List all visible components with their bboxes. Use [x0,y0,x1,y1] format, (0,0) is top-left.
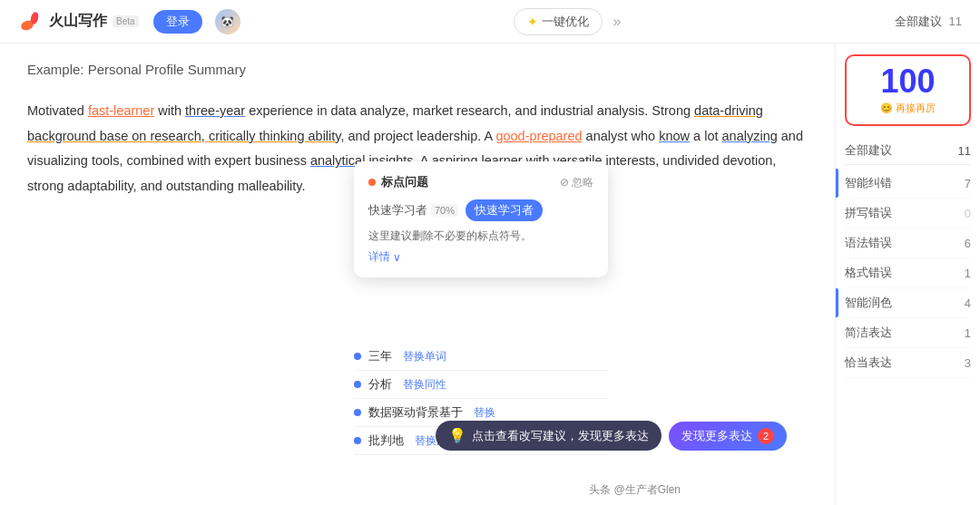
word-suggested[interactable]: 快速学习者 [466,199,543,221]
header-center: ✦ 一键优化 » [240,8,895,35]
optimize-icon: ✦ [527,15,538,29]
doc-title: Example: Personal Profile Summary [27,62,808,77]
word-analyzing[interactable]: analyzing [722,129,778,143]
popup-detail[interactable]: 详情 ∨ [368,249,593,265]
stat-row-spelling[interactable]: 拼写错误 0 [845,199,971,228]
beta-badge: Beta [113,15,139,27]
stat-value-polish: 4 [965,296,971,310]
stat-row-grammar[interactable]: 语法错误 6 [845,228,971,258]
dot-orange [368,179,376,186]
lightbulb-icon: 💡 [448,427,466,444]
stat-name-grammar: 语法错误 [845,235,892,251]
tooltip-bubble: 💡 点击查看改写建议，发现更多表达 [436,421,662,451]
editor-area: Example: Personal Profile Summary Motiva… [0,44,835,505]
stats-total: 11 [958,144,971,158]
header-right: 全部建议 11 [895,14,962,30]
word-know[interactable]: know [659,129,690,143]
word-score: 70% [431,204,458,217]
discover-button[interactable]: 发现更多表达 2 [669,422,787,451]
discover-label: 发现更多表达 [681,428,752,444]
popup-tag: 标点问题 [368,174,428,190]
optimize-label: 一键优化 [542,14,589,30]
suggestion-item-1: 三年 替换单词 [354,343,608,371]
suggestions-label: 全部建议 [895,14,942,30]
item-text-3: 数据驱动背景基于 [368,404,463,421]
stat-row-format[interactable]: 格式错误 1 [845,258,971,288]
stats-title: 全部建议 [845,142,892,159]
suggestion-popup: 标点问题 ⊘ 忽略 快速学习者 70% 快速学习者 这里建议删除不必要的标点符号… [354,161,608,277]
popup-header: 标点问题 ⊘ 忽略 [368,174,593,190]
stat-name-polish: 智能润色 [845,295,892,311]
stat-name-smart: 智能纠错 [845,175,892,191]
watermark: 头条 @生产者Glen [589,482,681,498]
app-header: 火山写作 Beta 登录 🐼 ✦ 一键优化 » 全部建议 11 [0,0,980,44]
suggestion-item-2: 分析 替换同性 [354,371,608,399]
score-emoji: 😊 [880,102,893,114]
expand-button[interactable]: » [613,14,622,30]
suggestions-count: 11 [949,15,962,28]
item-action-1[interactable]: 替换单词 [403,349,446,364]
stat-value-format: 1 [965,267,971,280]
dot-blue-2 [354,381,361,388]
item-text-1: 三年 [368,348,392,364]
word-good-prepared[interactable]: good-prepared [495,129,582,143]
ignore-label: 忽略 [572,175,593,190]
stat-value-concise: 1 [965,326,971,340]
logo-area: 火山写作 Beta 登录 🐼 [18,9,240,34]
tooltip-text: 点击查看改写建议，发现更多表达 [472,428,649,444]
stat-name-proper: 恰当表达 [845,354,892,371]
dot-blue-1 [354,353,361,360]
login-button[interactable]: 登录 [153,10,202,34]
optimize-button[interactable]: ✦ 一键优化 [514,8,603,35]
stats-header: 全部建议 11 [845,137,971,165]
detail-label: 详情 [368,249,390,265]
stat-value-proper: 3 [965,356,971,370]
stat-row-concise[interactable]: 简洁表达 1 [845,318,971,348]
item-action-2[interactable]: 替换同性 [403,377,446,393]
ignore-icon: ⊘ [560,176,569,189]
stat-row-smart-correction[interactable]: 智能纠错 7 [845,169,971,199]
bottom-tooltip: 💡 点击查看改写建议，发现更多表达 发现更多表达 2 [436,421,787,451]
item-text-2: 分析 [368,376,392,393]
stat-row-proper[interactable]: 恰当表达 3 [845,348,971,378]
stat-value-grammar: 6 [965,237,971,250]
score-box: 100 😊 再接再厉 [845,54,971,126]
popup-note: 这里建议删除不必要的标点符号。 [368,228,593,244]
stat-name-format: 格式错误 [845,265,892,281]
right-panel: 100 😊 再接再厉 全部建议 11 智能纠错 7 拼写错误 0 语法错误 6 [835,44,980,505]
discover-badge: 2 [758,428,774,444]
dot-blue-3 [354,409,361,416]
score-number: 100 [858,65,958,98]
logo-icon [18,9,44,34]
main-layout: Example: Personal Profile Summary Motiva… [0,44,980,505]
logo-text: 火山写作 [49,12,107,31]
word-options: 快速学习者 70% 快速学习者 [368,199,593,221]
item-action-3[interactable]: 替换 [474,405,495,421]
word-original: 快速学习者 70% [368,202,458,219]
word-three-year[interactable]: three-year [185,103,245,118]
ignore-button[interactable]: ⊘ 忽略 [560,175,593,190]
stat-name-concise: 简洁表达 [845,325,892,341]
stat-name-spell: 拼写错误 [845,205,892,221]
dot-blue-4 [354,437,361,444]
stats-panel: 全部建议 11 智能纠错 7 拼写错误 0 语法错误 6 格式错误 1 智能润色 [836,137,980,505]
score-label: 😊 再接再厉 [858,102,958,115]
stat-value-spell: 0 [965,207,971,220]
item-text-4: 批判地 [368,432,404,449]
stat-row-polish[interactable]: 智能润色 4 [845,288,971,318]
score-text: 再接再厉 [896,102,936,115]
popup-title: 标点问题 [381,174,428,190]
original-word-text: 快速学习者 [368,202,427,219]
avatar: 🐼 [215,9,240,34]
word-fast-learner[interactable]: fast-learner [88,103,154,118]
stat-value-smart: 7 [965,177,971,190]
chevron-down-icon: ∨ [393,251,401,264]
